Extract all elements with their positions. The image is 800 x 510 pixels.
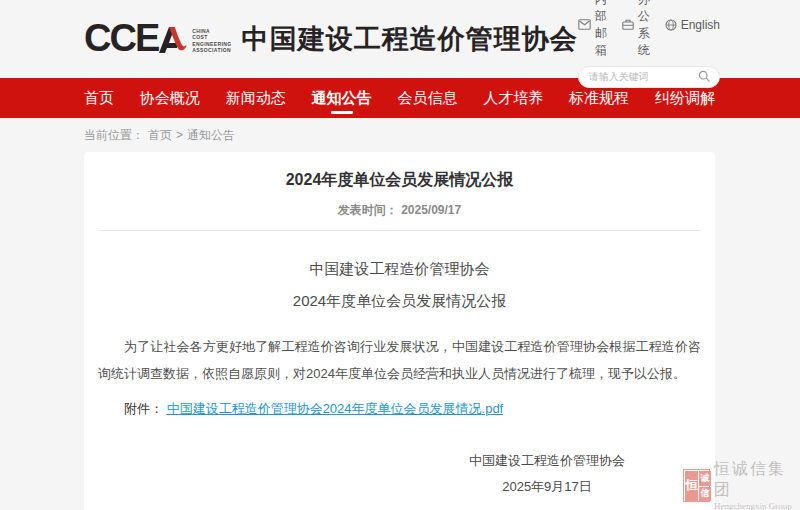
main-nav: 首页 协会概况 新闻动态 通知公告 会员信息 人才培养 标准规程 纠纷调解	[0, 78, 800, 118]
nav-item-news[interactable]: 新闻动态	[226, 78, 286, 118]
breadcrumb-prefix: 当前位置：	[84, 127, 144, 144]
nav-item-disputes[interactable]: 纠纷调解	[655, 78, 715, 118]
watermark-name-cn: 恒诚信集团	[714, 459, 800, 501]
page: CCE CHINA COST ENGINEERING ASSOCIATION 中…	[0, 0, 800, 510]
site-header: CCE CHINA COST ENGINEERING ASSOCIATION 中…	[0, 0, 800, 78]
watermark-text: 恒诚信集团 Hengchengxin Group	[714, 459, 800, 510]
briefcase-icon	[622, 19, 634, 30]
article-title: 2024年度单位会员发展情况公报	[98, 152, 701, 191]
breadcrumb: 当前位置： 首页 > 通知公告	[84, 127, 800, 143]
quick-links: 内部邮箱 办公系统 English	[578, 0, 720, 59]
nav-item-notices[interactable]: 通知公告	[312, 78, 372, 118]
quick-link-label: 内部邮箱	[595, 0, 607, 59]
header-right: 内部邮箱 办公系统 English	[578, 0, 720, 88]
nav-item-about[interactable]: 协会概况	[140, 78, 200, 118]
link-internal-mail[interactable]: 内部邮箱	[578, 0, 607, 59]
ccea-logo-a-glyph	[157, 25, 188, 55]
mail-icon	[578, 19, 591, 30]
document-heading-title: 2024年度单位会员发展情况公报	[98, 292, 701, 311]
nav-item-home[interactable]: 首页	[84, 78, 114, 118]
signature-block: 中国建设工程造价管理协会 2025年9月17日	[469, 448, 625, 500]
article-paragraph: 为了让社会各方更好地了解工程造价咨询行业发展状况，中国建设工程造价管理协会根据工…	[98, 333, 701, 387]
publish-date: 发表时间： 2025/09/17	[98, 202, 701, 219]
nav-item-training[interactable]: 人才培养	[483, 78, 543, 118]
breadcrumb-current: 通知公告	[187, 127, 235, 144]
signature-date: 2025年9月17日	[469, 474, 625, 500]
site-logo[interactable]: CCE CHINA COST ENGINEERING ASSOCIATION 中…	[84, 21, 578, 57]
logo-subtext-line: ASSOCIATION	[192, 47, 231, 54]
ccea-logo-mark: CCE	[84, 23, 188, 55]
quick-link-label: English	[681, 18, 720, 32]
title-divider	[98, 230, 701, 231]
nav-item-members[interactable]: 会员信息	[397, 78, 457, 118]
attachment-row: 附件： 中国建设工程造价管理协会2024年度单位会员发展情况.pdf	[98, 400, 701, 418]
signature-name: 中国建设工程造价管理协会	[469, 448, 625, 474]
quick-link-label: 办公系统	[638, 0, 650, 59]
breadcrumb-separator: >	[176, 128, 183, 142]
link-english[interactable]: English	[665, 18, 720, 32]
link-office-system[interactable]: 办公系统	[622, 0, 650, 59]
article-card: 2024年度单位会员发展情况公报 发表时间： 2025/09/17 中国建设工程…	[84, 152, 715, 510]
site-title: 中国建设工程造价管理协会	[242, 21, 578, 57]
main-nav-inner: 首页 协会概况 新闻动态 通知公告 会员信息 人才培养 标准规程 纠纷调解	[84, 78, 715, 118]
nav-item-standards[interactable]: 标准规程	[569, 78, 629, 118]
ccea-logo-text: CCE	[84, 23, 158, 53]
breadcrumb-home-link[interactable]: 首页	[148, 127, 172, 144]
attachment-pdf-link[interactable]: 中国建设工程造价管理协会2024年度单位会员发展情况.pdf	[167, 401, 504, 416]
ccea-logo-subtext: CHINA COST ENGINEERING ASSOCIATION	[192, 28, 231, 54]
globe-icon	[665, 19, 677, 31]
watermark-name-en: Hengchengxin Group	[714, 501, 800, 510]
document-heading-org: 中国建设工程造价管理协会	[98, 260, 701, 279]
attachment-label: 附件：	[124, 401, 163, 416]
